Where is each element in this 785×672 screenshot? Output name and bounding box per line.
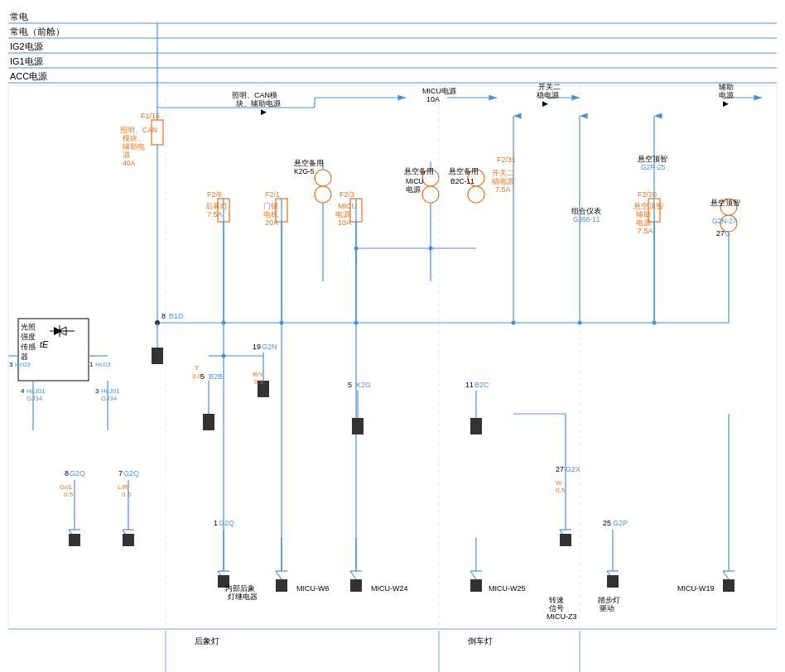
y-label: Y [195,364,200,372]
fuse-f1-16-desc2: 模块、 [123,134,145,142]
power-label-1: 照明、CAN模 [232,91,277,99]
f23-label: F2/3 [340,190,354,199]
svg-point-31 [222,321,226,325]
f220-desc3: 电源 [636,218,651,227]
f23-desc3: 10A [338,218,351,227]
f231-desc2: 稳电源 [492,177,514,185]
svg-line-116 [350,571,356,579]
svg-point-46 [422,186,439,203]
gj34-2: GJ34 [101,395,118,402]
micu-w25: MICU-W25 [489,584,526,593]
gj66-desc: 组合仪表 [571,207,601,215]
svg-line-124 [276,571,282,579]
hc03-right: Hc03 [95,361,111,368]
switch2-arrow: ▶ [542,99,548,108]
b2c-num: 11 [465,381,474,389]
f220-desc1: 悬空顶智 [633,202,663,210]
power-label-arrow: ▶ [261,108,267,116]
rail-ig2: IG2电源 [10,41,43,51]
f231-label: F2/31 [497,156,516,164]
sensor-title4: 器 [21,353,28,361]
rail-changdian: 常电 [10,12,28,22]
micu-spare-desc: 悬空备用 [403,167,434,175]
svg-rect-125 [276,579,287,592]
f231-desc1: 开关二 [492,169,514,177]
micu-spare-label: MICU [406,177,424,185]
power-label-2: 块、辅助电源 [235,99,281,108]
f220-desc2: 辅助 [636,210,651,218]
f23-desc2: 电源 [335,210,350,218]
bubu-label: 驱动 [600,604,614,612]
svg-rect-88 [69,534,80,546]
w-label: W [556,479,562,487]
g2q1-num: 1 [214,519,218,527]
b1d-num: 8 [161,312,166,320]
grl-label: Gr/L [60,483,73,491]
k2g-label: K2G-5 [294,167,315,175]
svg-rect-121 [470,579,482,592]
g2n27-conn: G [725,229,730,238]
aux-power-label: 辅助 [719,83,734,91]
svg-rect-131 [723,579,734,592]
svg-rect-21 [152,348,163,364]
svg-rect-112 [203,414,214,430]
ry-value: 0.5 [254,378,264,386]
micu-z3-desc: 转速 [549,596,564,604]
bottom-daocheling: 倒车灯 [468,636,493,646]
k2g-connector: K2G [356,381,371,389]
bubu-desc: 踏步灯 [598,596,620,604]
g2q8-num: 8 [65,469,69,478]
gj34-1: GJ34 [26,395,43,402]
svg-rect-92 [123,534,134,546]
hcj01-2: HcJ01 [101,387,120,395]
rail-ig1: IG1电源 [10,56,43,66]
rail-acc: ACC电源 [10,71,47,81]
fuse-f1-16-desc4: 源 [123,151,130,159]
g2p-num: 25 [603,519,611,527]
g2n27-desc: 悬空顶智 [710,199,740,207]
f23-desc1: MICU [338,202,357,210]
sensor-title3: 传感 [21,343,36,351]
hc03-left: Hc03 [15,361,31,368]
svg-point-62 [512,321,516,325]
g2p25-desc: 悬空顶智 [637,155,667,163]
f26-desc2: 7.5A [207,210,223,218]
svg-line-130 [723,571,729,579]
f21-desc1: 门锁 [263,202,278,210]
svg-rect-117 [350,579,362,592]
g2q1-label: G2Q [219,519,234,527]
b2c-label: B2C [474,381,489,389]
f220-amp: 7.5A [638,227,653,235]
svg-point-36 [315,186,331,203]
g2x-label: G2X [566,465,580,473]
pin3b-num: 3 [95,387,99,395]
k2g-num: 5 [348,381,352,389]
fuse-f1-16-desc3: 辅助电 [123,142,145,151]
g2q8-label: G2Q [70,469,85,478]
svg-point-57 [468,186,484,203]
hcj01-1: HcJ01 [26,387,46,395]
fuse-f1-16-amp: 40A [123,159,135,167]
pin1-num: 1 [89,361,94,368]
f26-desc1: 后雾灯 [205,202,228,210]
gj66-label: GJ66-11 [573,215,600,223]
pin3-num: 3 [9,361,13,368]
f21-desc3: 20A [265,218,278,227]
micu-z3-label: MICU-Z3 [547,612,577,621]
circuit-diagram: 常电 常电（前舱） IG2电源 IG1电源 ACC电源 F1/16 照明、CAN… [0,0,785,672]
svg-point-35 [315,170,331,186]
b2b-num: 5 [200,372,205,381]
svg-rect-104 [607,575,619,588]
f26-label: F2/6 [207,190,222,199]
fuse-f1-16-label: F1/16 [141,112,160,120]
lr-label: L/R [118,483,128,491]
w-value: 0.5 [556,487,566,494]
grl-value: 0.5 [64,491,74,498]
sensor-title1: 光照 [21,323,36,331]
svg-point-54 [354,321,359,325]
svg-point-73 [653,321,657,325]
svg-point-49 [354,247,359,251]
switch2-label2: 稳电源 [537,91,559,99]
svg-point-39 [280,321,284,325]
micu-spare-label2: 电源 [406,185,421,194]
